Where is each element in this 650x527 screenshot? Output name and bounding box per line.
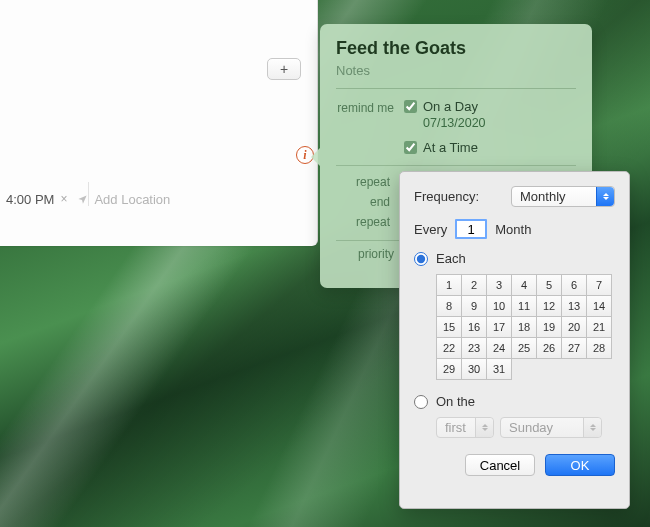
- at-a-time-row: At a Time: [404, 140, 576, 155]
- reminders-window: + 4:00 PM × Add Location: [0, 0, 318, 246]
- frequency-value: Monthly: [520, 189, 566, 204]
- day-cell-empty: [537, 359, 562, 380]
- day-cell-19[interactable]: 19: [537, 317, 562, 338]
- separator: [336, 165, 576, 166]
- reminder-title[interactable]: Feed the Goats: [336, 38, 576, 59]
- at-a-time-label: At a Time: [423, 140, 478, 155]
- day-cell-4[interactable]: 4: [512, 275, 537, 296]
- repeat-options-panel: Frequency: Monthly Every Month Each 1234…: [399, 171, 630, 509]
- day-cell-29[interactable]: 29: [437, 359, 462, 380]
- info-glyph: i: [303, 148, 306, 163]
- chevron-updown-icon: [583, 418, 601, 437]
- day-cell-12[interactable]: 12: [537, 296, 562, 317]
- remind-me-label: remind me: [336, 99, 404, 117]
- on-the-ordinal-popup[interactable]: first: [436, 417, 494, 438]
- on-the-ordinal-value: first: [445, 420, 466, 435]
- day-cell-26[interactable]: 26: [537, 338, 562, 359]
- day-cell-23[interactable]: 23: [462, 338, 487, 359]
- add-button[interactable]: +: [267, 58, 301, 80]
- remind-date[interactable]: 07/13/2020: [423, 116, 576, 130]
- day-cell-7[interactable]: 7: [587, 275, 612, 296]
- day-cell-17[interactable]: 17: [487, 317, 512, 338]
- day-cell-20[interactable]: 20: [562, 317, 587, 338]
- day-cell-empty: [587, 359, 612, 380]
- on-the-radio[interactable]: [414, 395, 428, 409]
- frequency-popup[interactable]: Monthly: [511, 186, 615, 207]
- at-a-time-checkbox[interactable]: [404, 141, 417, 154]
- each-radio[interactable]: [414, 252, 428, 266]
- ok-button[interactable]: OK: [545, 454, 615, 476]
- day-cell-25[interactable]: 25: [512, 338, 537, 359]
- on-the-day-popup[interactable]: Sunday: [500, 417, 602, 438]
- day-cell-15[interactable]: 15: [437, 317, 462, 338]
- frequency-label: Frequency:: [414, 189, 479, 204]
- day-of-month-grid: 1234567891011121314151617181920212223242…: [436, 274, 612, 380]
- day-cell-28[interactable]: 28: [587, 338, 612, 359]
- day-cell-9[interactable]: 9: [462, 296, 487, 317]
- add-location-label: Add Location: [94, 192, 170, 207]
- each-label: Each: [436, 251, 466, 266]
- time-chip[interactable]: 4:00 PM ×: [6, 192, 67, 207]
- day-cell-5[interactable]: 5: [537, 275, 562, 296]
- day-cell-10[interactable]: 10: [487, 296, 512, 317]
- day-cell-empty: [562, 359, 587, 380]
- day-cell-2[interactable]: 2: [462, 275, 487, 296]
- day-cell-22[interactable]: 22: [437, 338, 462, 359]
- every-label: Every: [414, 222, 447, 237]
- day-cell-24[interactable]: 24: [487, 338, 512, 359]
- plus-icon: +: [280, 61, 288, 77]
- day-cell-13[interactable]: 13: [562, 296, 587, 317]
- notes-field[interactable]: Notes: [336, 63, 576, 89]
- chevron-updown-icon: [475, 418, 493, 437]
- day-cell-3[interactable]: 3: [487, 275, 512, 296]
- cancel-button[interactable]: Cancel: [465, 454, 535, 476]
- add-location-chip[interactable]: Add Location: [77, 192, 170, 207]
- day-cell-30[interactable]: 30: [462, 359, 487, 380]
- day-cell-14[interactable]: 14: [587, 296, 612, 317]
- on-the-label: On the: [436, 394, 475, 409]
- day-cell-1[interactable]: 1: [437, 275, 462, 296]
- every-stepper[interactable]: [455, 219, 487, 239]
- day-cell-16[interactable]: 16: [462, 317, 487, 338]
- on-a-day-row: On a Day: [404, 99, 576, 114]
- day-cell-11[interactable]: 11: [512, 296, 537, 317]
- every-unit: Month: [495, 222, 531, 237]
- time-value: 4:00 PM: [6, 192, 54, 207]
- repeat-label: repeat: [336, 172, 394, 192]
- on-the-day-value: Sunday: [509, 420, 553, 435]
- day-cell-18[interactable]: 18: [512, 317, 537, 338]
- reminder-row: 4:00 PM × Add Location: [0, 184, 317, 214]
- day-cell-empty: [512, 359, 537, 380]
- day-cell-31[interactable]: 31: [487, 359, 512, 380]
- on-a-day-label: On a Day: [423, 99, 478, 114]
- on-a-day-checkbox[interactable]: [404, 100, 417, 113]
- clear-time-icon[interactable]: ×: [60, 192, 67, 206]
- day-cell-6[interactable]: 6: [562, 275, 587, 296]
- chevron-updown-icon: [596, 187, 614, 206]
- day-cell-8[interactable]: 8: [437, 296, 462, 317]
- day-cell-21[interactable]: 21: [587, 317, 612, 338]
- end-repeat-label: end repeat: [336, 192, 394, 232]
- day-cell-27[interactable]: 27: [562, 338, 587, 359]
- location-arrow-icon: [77, 194, 88, 205]
